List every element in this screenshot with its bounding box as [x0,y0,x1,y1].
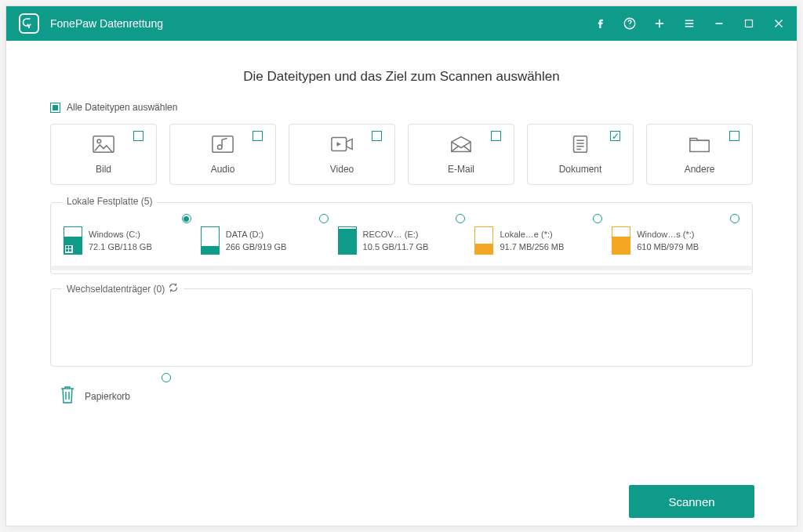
drive-icon [201,226,220,255]
filetype-card-image[interactable]: Bild [50,124,157,185]
radio-icon [162,373,171,382]
checkbox-icon [491,131,501,141]
svg-rect-10 [66,246,68,248]
app-logo-icon [19,13,39,34]
svg-rect-13 [69,249,71,252]
filetype-card-email[interactable]: E-Mail [408,124,514,185]
svg-rect-5 [213,136,233,153]
minimize-icon[interactable] [712,16,726,31]
svg-rect-11 [69,246,71,248]
drive-item[interactable]: RECOV… (E:)10.5 GB/11.7 GB [338,226,466,255]
titlebar-controls [593,16,786,31]
checkbox-icon [253,131,263,141]
trash-icon [58,384,77,409]
titlebar: FonePaw Datenrettung [6,6,797,41]
filetype-label: Dokument [559,164,602,175]
plus-icon[interactable] [652,16,667,31]
drive-icon [612,226,630,255]
svg-rect-2 [746,20,753,27]
radio-icon [730,214,739,223]
radio-icon [456,214,465,223]
removable-drives-title: Wechseldatenträger (0) [62,282,183,295]
video-icon [330,134,354,157]
filetype-label: Bild [96,164,111,175]
drive-icon [64,226,82,255]
checkbox-icon [729,131,739,141]
drives-row: Windows (C:)72.1 GB/118 GBDATA (D:)266 G… [64,226,739,255]
drive-info: DATA (D:)266 GB/919 GB [226,228,287,254]
drive-info: Windows (C:)72.1 GB/118 GB [89,228,152,254]
close-icon[interactable] [772,16,786,31]
checkbox-icon: ✓ [610,131,620,141]
recycle-bin-label: Papierkorb [85,391,130,402]
app-title: FonePaw Datenrettung [50,17,163,30]
drive-icon [338,226,357,255]
radio-icon [593,214,602,223]
select-all-label: Alle Dateitypen auswählen [67,102,177,113]
radio-icon [182,214,191,223]
checkbox-icon [133,131,144,141]
audio-icon [211,134,234,157]
filetype-card-other[interactable]: Andere [646,124,753,185]
horizontal-scrollbar[interactable] [51,266,752,270]
filetype-label: E-Mail [448,164,474,175]
filetype-card-document[interactable]: ✓Dokument [527,124,634,185]
filetype-label: Andere [685,164,715,175]
svg-point-4 [97,139,101,143]
filetype-row: BildAudioVideoE-Mail✓DokumentAndere [50,124,753,185]
scan-button[interactable]: Scannen [629,485,754,518]
drive-info: RECOV… (E:)10.5 GB/11.7 GB [363,228,429,254]
svg-rect-12 [66,249,68,252]
content-area: Die Dateitypen und das Ziel zum Scannen … [6,41,797,526]
drive-info: Window…s (*:)610 MB/979 MB [637,228,699,254]
filetype-card-audio[interactable]: Audio [169,124,276,185]
drive-icon [474,226,493,255]
drive-item[interactable]: Lokale…e (*:)91.7 MB/256 MB [474,226,602,255]
filetype-label: Audio [211,164,235,175]
drive-info: Lokale…e (*:)91.7 MB/256 MB [500,228,564,254]
checkbox-icon [50,103,60,113]
help-icon[interactable] [623,16,637,31]
image-icon [92,134,115,157]
maximize-icon[interactable] [742,16,756,31]
drive-item[interactable]: Window…s (*:)610 MB/979 MB [612,226,739,255]
refresh-icon[interactable] [168,282,179,295]
drive-item[interactable]: Windows (C:)72.1 GB/118 GB [64,226,191,255]
filetype-card-video[interactable]: Video [289,124,395,185]
filetype-label: Video [330,164,354,175]
other-icon [688,134,711,157]
svg-point-1 [629,26,630,27]
drive-item[interactable]: DATA (D:)266 GB/919 GB [201,226,329,255]
local-drives-group: Lokale Festplatte (5) Windows (C:)72.1 G… [50,202,753,274]
radio-icon [319,214,329,223]
facebook-icon[interactable] [593,16,607,31]
svg-point-6 [217,145,222,150]
email-icon [449,134,473,157]
checkbox-icon [372,131,382,141]
document-icon [569,134,592,157]
app-window: FonePaw Datenrettung Die Dateitypen und … [5,5,798,527]
removable-drives-group: Wechseldatenträger (0) [50,288,753,367]
page-heading: Die Dateitypen und das Ziel zum Scannen … [50,69,753,85]
select-all-filetypes[interactable]: Alle Dateitypen auswählen [50,102,753,113]
recycle-bin-target[interactable]: Papierkorb [58,384,753,409]
local-drives-title: Lokale Festplatte (5) [62,196,157,207]
menu-icon[interactable] [682,16,696,31]
